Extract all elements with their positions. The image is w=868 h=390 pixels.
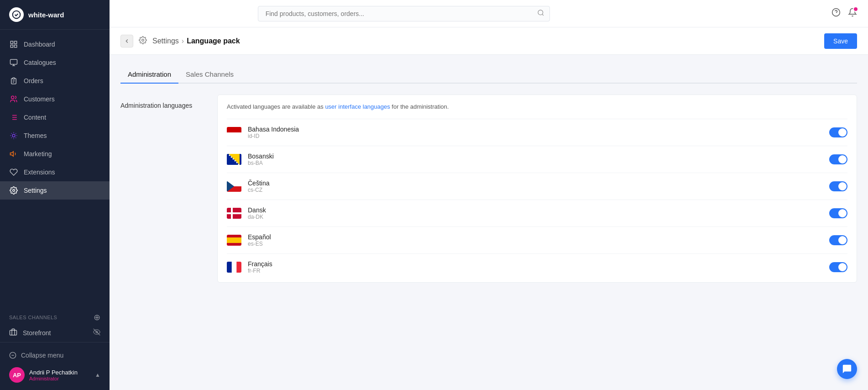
svg-point-36 — [236, 162, 238, 163]
sidebar-item-label: Customers — [24, 95, 55, 103]
lang-item-da: Dansk da-DK — [227, 200, 847, 227]
sidebar: white-ward Dashboard Catalogues — [0, 0, 110, 390]
user-info: Andrii P Pechatkin Administrator — [29, 369, 90, 381]
sidebar-item-customers[interactable]: Customers — [0, 90, 110, 108]
flag-bosnian — [227, 154, 241, 165]
sidebar-item-label: Themes — [24, 132, 47, 139]
main-nav: Dashboard Catalogues Orders — [0, 30, 110, 308]
svg-point-17 — [12, 134, 15, 137]
sales-channels-section: Sales Channels ⊕ — [0, 308, 110, 323]
lang-item-bs: Bosanski bs-BA — [227, 146, 847, 173]
sidebar-item-extensions[interactable]: Extensions — [0, 163, 110, 181]
marketing-icon — [9, 149, 18, 158]
lang-info-text: Activated languages are available as use… — [227, 102, 847, 111]
lang-details: Español es-ES — [248, 233, 823, 247]
svg-point-10 — [11, 96, 14, 99]
brand-logo[interactable] — [9, 7, 24, 22]
sidebar-item-label: Dashboard — [24, 41, 55, 48]
svg-rect-3 — [15, 45, 17, 47]
content-icon — [9, 113, 18, 122]
sidebar-item-label: Settings — [24, 187, 47, 194]
svg-point-33 — [231, 156, 232, 158]
storefront-label: Storefront — [23, 329, 51, 337]
notification-icon[interactable] — [848, 8, 857, 19]
customers-icon — [9, 95, 18, 104]
sidebar-item-orders[interactable]: Orders — [0, 72, 110, 90]
sidebar-item-content[interactable]: Content — [0, 108, 110, 126]
lang-name: Čeština — [248, 179, 823, 187]
page-header-left: Settings › Language pack — [120, 35, 240, 47]
lang-name: Español — [248, 233, 823, 241]
toggle-cs[interactable] — [829, 181, 847, 191]
sidebar-item-themes[interactable]: Themes — [0, 126, 110, 145]
user-profile[interactable]: AP Andrii P Pechatkin Administrator ▲ — [9, 363, 100, 385]
lang-section: Administration languages Activated langu… — [120, 95, 857, 283]
back-button[interactable] — [120, 35, 133, 47]
content-area: Administration Sales Channels Administra… — [110, 55, 868, 390]
sidebar-header: white-ward — [0, 0, 110, 30]
lang-name: Bahasa Indonesia — [248, 126, 823, 133]
search-box — [258, 6, 550, 21]
lang-name: Bosanski — [248, 153, 823, 160]
sidebar-item-settings[interactable]: Settings — [0, 181, 110, 200]
lang-item-cs: Čeština cs-CZ — [227, 173, 847, 200]
chat-button[interactable] — [837, 359, 857, 379]
tab-sales-channels[interactable]: Sales Channels — [178, 66, 241, 84]
lang-code: es-ES — [248, 241, 823, 247]
sidebar-item-label: Catalogues — [24, 59, 56, 66]
save-button[interactable]: Save — [824, 33, 857, 49]
add-channel-button[interactable]: ⊕ — [94, 313, 101, 321]
sidebar-item-storefront[interactable]: Storefront — [0, 323, 110, 342]
section-label: Administration languages — [120, 95, 203, 283]
lang-details: Bahasa Indonesia id-ID — [248, 126, 823, 139]
toggle-da[interactable] — [829, 208, 847, 218]
toggle-es[interactable] — [829, 235, 847, 245]
svg-rect-42 — [227, 237, 241, 243]
section-content: Activated languages are available as use… — [217, 95, 857, 283]
sidebar-item-dashboard[interactable]: Dashboard — [0, 35, 110, 53]
sidebar-item-label: Extensions — [24, 169, 55, 176]
svg-point-35 — [235, 160, 236, 161]
svg-rect-20 — [10, 330, 17, 335]
flag-french — [227, 262, 241, 273]
sidebar-item-label: Marketing — [24, 150, 52, 158]
lang-link[interactable]: user interface languages — [325, 103, 390, 110]
sidebar-footer: Collapse menu AP Andrii P Pechatkin Admi… — [0, 342, 110, 390]
help-icon[interactable] — [831, 8, 841, 19]
svg-line-26 — [542, 14, 544, 16]
toggle-id[interactable] — [829, 127, 847, 137]
sidebar-item-label: Content — [24, 114, 46, 121]
lang-info-box: Activated languages are available as use… — [217, 95, 857, 283]
themes-icon — [9, 131, 18, 140]
flag-czech — [227, 181, 241, 192]
search-input[interactable] — [258, 6, 550, 21]
tabs: Administration Sales Channels — [120, 66, 857, 84]
search-icon — [537, 9, 544, 18]
lang-details: Bosanski bs-BA — [248, 153, 823, 166]
settings-icon — [9, 186, 18, 195]
chevron-up-icon: ▲ — [95, 372, 100, 378]
breadcrumb: Settings › Language pack — [152, 37, 240, 45]
flag-spanish — [227, 235, 241, 246]
lang-name: Dansk — [248, 206, 823, 214]
page-header: Settings › Language pack Save — [110, 27, 868, 55]
sidebar-item-catalogues[interactable]: Catalogues — [0, 53, 110, 72]
storefront-icon — [9, 328, 17, 337]
collapse-menu-button[interactable]: Collapse menu — [9, 348, 100, 363]
lang-item-id: Bahasa Indonesia id-ID — [227, 119, 847, 146]
svg-point-32 — [229, 154, 230, 156]
gear-icon[interactable] — [139, 36, 147, 46]
breadcrumb-separator: › — [182, 37, 184, 45]
svg-rect-7 — [13, 78, 15, 79]
tab-administration[interactable]: Administration — [120, 66, 178, 84]
user-name: Andrii P Pechatkin — [29, 369, 90, 376]
lang-code: bs-BA — [248, 160, 823, 166]
toggle-bs[interactable] — [829, 154, 847, 164]
breadcrumb-current: Language pack — [187, 37, 240, 45]
toggle-fr[interactable] — [829, 262, 847, 272]
svg-rect-2 — [10, 45, 13, 47]
sidebar-item-marketing[interactable]: Marketing — [0, 145, 110, 163]
orders-icon — [9, 76, 18, 85]
lang-name: Français — [248, 260, 823, 268]
topbar — [110, 0, 868, 27]
